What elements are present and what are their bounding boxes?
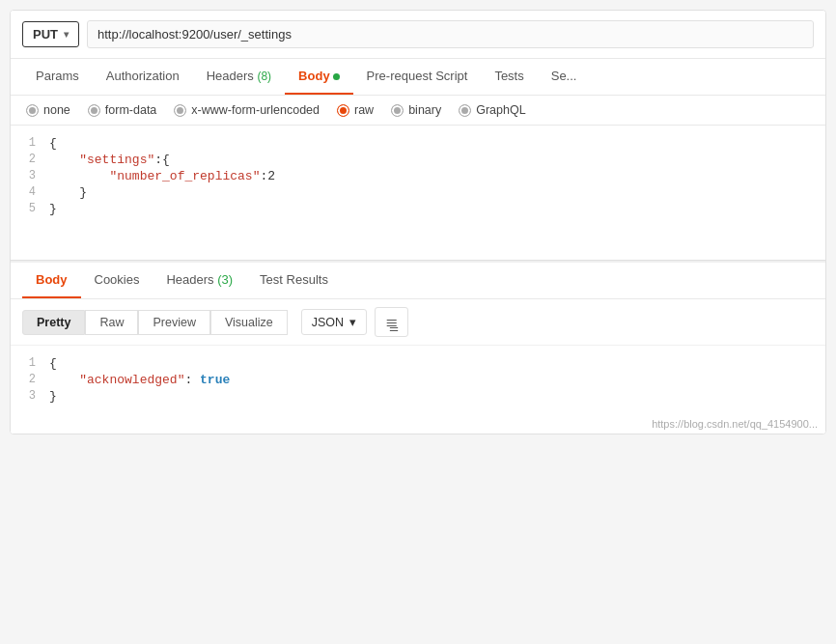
tab-tests-label: Tests (494, 69, 523, 83)
radio-binary-label: binary (408, 103, 441, 117)
tab-params-label: Params (36, 69, 79, 83)
url-bar: PUT ▾ (11, 11, 825, 59)
resp-tab-headers-label: Headers (166, 272, 217, 287)
resp-headers-badge: (3) (217, 272, 233, 287)
resp-line-2: 2 "acknowledged": true (11, 372, 825, 388)
radio-none-icon (26, 104, 39, 117)
radio-raw-label: raw (354, 103, 374, 117)
filter-icon: ≡̳ (385, 313, 398, 331)
resp-tab-test-results[interactable]: Test Results (246, 263, 342, 298)
tab-settings[interactable]: Se... (538, 59, 591, 95)
resp-tab-headers[interactable]: Headers (3) (153, 263, 246, 298)
format-chevron-icon: ▾ (349, 315, 356, 329)
radio-graphql-label: GraphQL (476, 103, 525, 117)
method-select[interactable]: PUT ▾ (22, 21, 79, 47)
tab-body-label: Body (298, 69, 330, 83)
radio-raw-icon (337, 104, 349, 117)
resp-line-1: 1 { (11, 355, 825, 372)
radio-form-data-icon (88, 104, 100, 117)
req-line-4: 4 } (11, 184, 825, 201)
radio-x-www-label: x-www-form-urlencoded (191, 103, 320, 117)
radio-none[interactable]: none (26, 103, 70, 117)
filter-button[interactable]: ≡̳ (375, 307, 408, 337)
tab-authorization-label: Authorization (106, 69, 180, 83)
view-pretty-button[interactable]: Pretty (22, 310, 85, 335)
req-line-2: 2 "settings":{ (11, 152, 825, 168)
tab-authorization[interactable]: Authorization (93, 59, 193, 95)
resp-tab-cookies[interactable]: Cookies (81, 263, 153, 298)
view-raw-button[interactable]: Raw (85, 310, 138, 335)
tab-pre-request-label: Pre-request Script (367, 69, 468, 83)
radio-graphql-icon (459, 104, 471, 117)
response-code-editor: 1 { 2 "acknowledged": true 3 } (11, 346, 825, 414)
tab-body[interactable]: Body (285, 59, 353, 95)
watermark-text: https://blog.csdn.net/qq_4154900... (652, 418, 818, 430)
radio-binary[interactable]: binary (391, 103, 441, 117)
resp-line-3: 3 } (11, 388, 825, 405)
tab-params[interactable]: Params (22, 59, 93, 95)
req-line-3: 3 "number_of_replicas":2 (11, 168, 825, 184)
tab-headers[interactable]: Headers (8) (193, 59, 285, 95)
radio-binary-icon (391, 104, 404, 117)
req-line-1: 1 { (11, 135, 825, 152)
radio-x-www[interactable]: x-www-form-urlencoded (174, 103, 320, 117)
resp-tab-body[interactable]: Body (22, 263, 81, 298)
url-input[interactable] (87, 20, 814, 48)
req-line-5: 5 } (11, 201, 825, 217)
resp-tab-body-label: Body (36, 272, 68, 287)
radio-graphql[interactable]: GraphQL (459, 103, 525, 117)
response-section: Body Cookies Headers (3) Test Results Pr… (11, 261, 825, 434)
request-code-editor[interactable]: 1 { 2 "settings":{ 3 "number_of_replicas… (11, 126, 825, 261)
resp-tab-cookies-label: Cookies (95, 272, 140, 287)
tab-tests[interactable]: Tests (481, 59, 537, 95)
watermark: https://blog.csdn.net/qq_4154900... (11, 414, 825, 434)
resp-toolbar: Pretty Raw Preview Visualize JSON ▾ ≡̳ (11, 299, 825, 346)
method-chevron-icon: ▾ (64, 29, 69, 40)
radio-form-data-label: form-data (105, 103, 157, 117)
format-select[interactable]: JSON ▾ (301, 309, 367, 335)
radio-none-label: none (43, 103, 70, 117)
radio-x-www-icon (174, 104, 186, 117)
tab-headers-label: Headers (207, 69, 258, 83)
resp-tab-test-results-label: Test Results (260, 272, 328, 287)
radio-form-data[interactable]: form-data (88, 103, 157, 117)
tab-pre-request[interactable]: Pre-request Script (353, 59, 482, 95)
view-preview-button[interactable]: Preview (138, 310, 209, 335)
radio-raw[interactable]: raw (337, 103, 374, 117)
body-type-row: none form-data x-www-form-urlencoded raw… (11, 96, 825, 126)
body-dot-icon (333, 73, 340, 80)
response-tabs: Body Cookies Headers (3) Test Results (11, 263, 825, 299)
main-container: PUT ▾ Params Authorization Headers (8) B… (10, 10, 826, 434)
headers-badge: (8) (257, 70, 271, 83)
view-visualize-button[interactable]: Visualize (210, 310, 288, 335)
tab-settings-label: Se... (551, 69, 577, 83)
method-label: PUT (33, 27, 58, 42)
format-label: JSON (312, 316, 344, 329)
request-tabs: Params Authorization Headers (8) Body Pr… (11, 59, 825, 96)
